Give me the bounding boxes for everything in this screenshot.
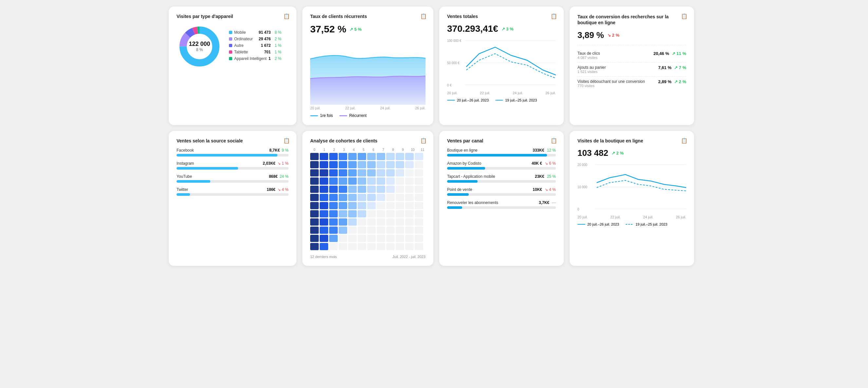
card3-export-icon[interactable]: 📋 — [420, 13, 427, 19]
cohort-cell — [358, 161, 366, 168]
legend-store-period2: 19 juil.–25 juil. 2023 — [626, 222, 667, 226]
cohort-cell — [348, 202, 357, 209]
cohort-cell — [329, 177, 338, 185]
card6-export-icon[interactable]: 📋 — [551, 137, 557, 144]
donut-center: 122 000 8 % — [189, 41, 210, 52]
channel-pos: Point de vente 10K€ ↘ 4 % — [447, 187, 556, 196]
total-sales-x-labels: 20 juil.22 juil.24 juil.26 juil. — [447, 91, 556, 95]
legend-device-val: 1 — [269, 56, 271, 61]
svg-text:0 €: 0 € — [447, 84, 452, 87]
card1-export-icon[interactable]: 📋 — [283, 13, 290, 19]
cohort-cell — [415, 210, 423, 218]
recurring-rate-card: Taux de clients récurrents 📋 37,52 % ↗ 5… — [302, 6, 433, 125]
total-sales-chart: 100 000 € 50 000 € 0 € — [447, 37, 556, 90]
cohort-cell — [348, 194, 357, 201]
cohort-card: Analyse de cohortes de clients 📋 0 1 2 3… — [302, 131, 433, 266]
cohort-cell — [415, 186, 423, 193]
cohort-cell — [367, 169, 376, 176]
recurring-trend: ↗ 5 % — [349, 27, 362, 32]
cohort-cell — [310, 169, 319, 176]
cohort-footer: 12 derniers mois Juil. 2022 - juil. 2023 — [310, 255, 426, 259]
conv-conversion-name: Visites débouchant sur une conversion — [578, 79, 645, 84]
store-visits-card: Visites de la boutique en ligne 📋 103 48… — [569, 131, 694, 266]
legend-period2: 19 juil.–25 juil. 2023 — [495, 98, 537, 102]
legend-color — [229, 44, 232, 47]
cohort-cell — [367, 235, 376, 242]
cohort-cell — [310, 161, 319, 168]
cohort-cell — [405, 161, 414, 168]
conv-conversion-sub: 770 visites — [578, 84, 645, 88]
cohort-cell — [358, 218, 366, 226]
cohort-cell — [339, 218, 347, 226]
cohort-cell — [415, 161, 423, 168]
cohort-cell — [377, 235, 385, 242]
card7-export-icon[interactable]: 📋 — [681, 13, 687, 19]
cohort-cell — [415, 169, 423, 176]
cohort-cell — [348, 243, 357, 250]
cohort-cell — [415, 243, 423, 250]
cohort-row — [310, 194, 426, 201]
conversion-main-trend: ↘ 2 % — [607, 33, 619, 38]
legend-device-pct: 1 % — [275, 50, 281, 54]
bar-youtube: YouTube 868€ 24 % — [177, 174, 288, 183]
channel-list: Boutique en ligne 333K€ 12 % Amazon by C… — [447, 148, 556, 209]
legend-recurrent-label: Récurrent — [349, 113, 367, 118]
cohort-cell — [396, 186, 404, 193]
cohort-cell — [367, 186, 376, 193]
card5-title: Ventes totales — [447, 14, 556, 19]
cohort-cell — [405, 243, 414, 250]
legend-color — [229, 31, 232, 34]
cohort-cell — [358, 202, 366, 209]
cohort-cell — [310, 194, 319, 201]
cohort-cell — [377, 169, 385, 176]
card4-export-icon[interactable]: 📋 — [420, 137, 427, 144]
cohort-cell — [367, 243, 376, 250]
cohort-dates: Juil. 2022 - juil. 2023 — [393, 255, 426, 259]
legend-device-pct: 8 % — [275, 30, 281, 35]
social-sales-card: Ventes selon la source sociale 📋 Faceboo… — [169, 131, 297, 266]
cohort-cell — [329, 243, 338, 250]
card2-export-icon[interactable]: 📋 — [283, 137, 290, 144]
dashboard: Visites par type d'appareil 📋 122 000 8 … — [169, 6, 699, 266]
cohort-cell — [386, 186, 395, 193]
legend-store-period1: 20 juil.–26 juil. 2023 — [578, 222, 619, 226]
cohort-cell — [396, 227, 404, 234]
total-sales-trend: ↗ 3 % — [501, 27, 514, 31]
conv-cart-val: 7,61 % — [658, 65, 672, 70]
legend-device-name: Mobile — [234, 30, 257, 35]
cohort-row — [310, 186, 426, 193]
card6-title: Ventes par canal — [447, 138, 556, 143]
cohort-cell — [348, 235, 357, 242]
conv-row-conversion: Visites débouchant sur une conversion 77… — [578, 76, 686, 90]
cohort-cell — [405, 186, 414, 193]
cohort-cell — [348, 161, 357, 168]
cohort-cell — [339, 202, 347, 209]
cohort-cell — [320, 235, 328, 242]
card1-title: Visites par type d'appareil — [177, 14, 288, 19]
conv-cart-name: Ajouts au panier — [578, 65, 606, 70]
conv-clicks-sub: 4 087 visites — [578, 56, 600, 60]
legend-color — [229, 51, 232, 54]
cohort-cell — [339, 235, 347, 242]
card8-export-icon[interactable]: 📋 — [681, 137, 687, 144]
donut-section: 122 000 8 % Mobile 91 473 8 % Ordinateur… — [177, 24, 288, 69]
card5-export-icon[interactable]: 📋 — [551, 13, 557, 19]
svg-text:0: 0 — [578, 207, 580, 211]
cohort-cell — [339, 186, 347, 193]
cohort-cell — [367, 177, 376, 185]
cohort-cell — [348, 186, 357, 193]
cohort-cell — [367, 227, 376, 234]
cohort-row — [310, 169, 426, 176]
cohort-cell — [310, 186, 319, 193]
store-visits-legend: 20 juil.–26 juil. 2023 19 juil.–25 juil.… — [578, 222, 686, 226]
cohort-cell — [415, 153, 423, 160]
cohort-cell — [310, 227, 319, 234]
conv-clicks-trend: ↗ 11 % — [672, 51, 686, 56]
cohort-cell — [320, 210, 328, 218]
cohort-cell — [386, 235, 395, 242]
conv-cart-sub: 1 521 visites — [578, 70, 606, 74]
cohort-cell — [415, 194, 423, 201]
cohort-row — [310, 210, 426, 218]
donut-total: 122 000 — [189, 41, 210, 47]
card2-title: Ventes selon la source sociale — [177, 138, 288, 143]
